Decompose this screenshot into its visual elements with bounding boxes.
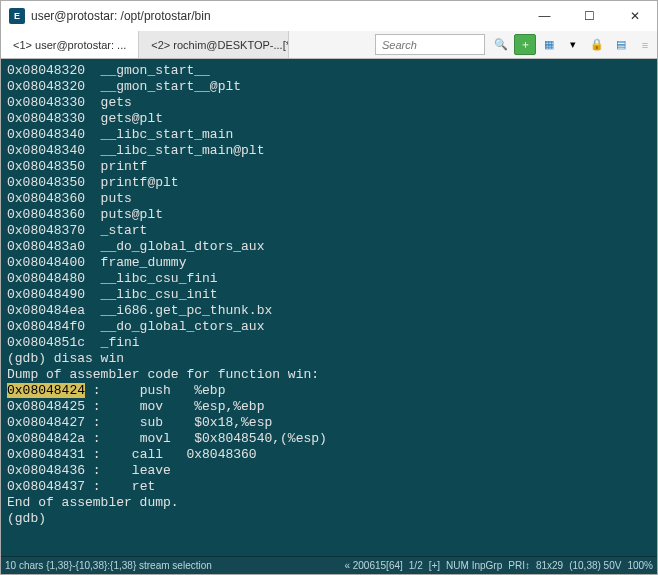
layout-icon[interactable]: ▦ bbox=[538, 34, 560, 55]
add-button[interactable]: ＋ bbox=[514, 34, 536, 55]
tab-2[interactable]: <2> rochim@DESKTOP-...[*] bbox=[139, 31, 289, 58]
status-encoding: « 200615[64] bbox=[344, 560, 402, 571]
status-size: 81x29 bbox=[536, 560, 563, 571]
search-input[interactable] bbox=[375, 34, 485, 55]
status-plus: [+] bbox=[429, 560, 440, 571]
status-mode: NUM InpGrp bbox=[446, 560, 502, 571]
close-button[interactable]: ✕ bbox=[612, 1, 657, 31]
menu-icon[interactable]: ≡ bbox=[634, 34, 656, 55]
status-coord: (10,38) 50V bbox=[569, 560, 621, 571]
panel-icon[interactable]: ▤ bbox=[610, 34, 632, 55]
app-icon: E bbox=[9, 8, 25, 24]
status-zoom: 100% bbox=[627, 560, 653, 571]
terminal[interactable]: 0x08048320 __gmon_start__ 0x08048320 __g… bbox=[1, 59, 657, 556]
status-chars: 10 chars {1,38}-{10,38}:{1,38} stream se… bbox=[5, 560, 212, 571]
toolbar: <1> user@protostar: ... <2> rochim@DESKT… bbox=[1, 31, 657, 59]
search-icon[interactable]: 🔍 bbox=[490, 34, 512, 55]
tab-1[interactable]: <1> user@protostar: ... bbox=[1, 31, 139, 58]
titlebar: E user@protostar: /opt/protostar/bin — ☐… bbox=[1, 1, 657, 31]
statusbar: 10 chars {1,38}-{10,38}:{1,38} stream se… bbox=[1, 556, 657, 574]
dropdown-icon[interactable]: ▾ bbox=[562, 34, 584, 55]
window-title: user@protostar: /opt/protostar/bin bbox=[31, 9, 522, 23]
minimize-button[interactable]: — bbox=[522, 1, 567, 31]
status-position: 1/2 bbox=[409, 560, 423, 571]
maximize-button[interactable]: ☐ bbox=[567, 1, 612, 31]
status-pri: PRI↕ bbox=[508, 560, 530, 571]
lock-icon[interactable]: 🔒 bbox=[586, 34, 608, 55]
